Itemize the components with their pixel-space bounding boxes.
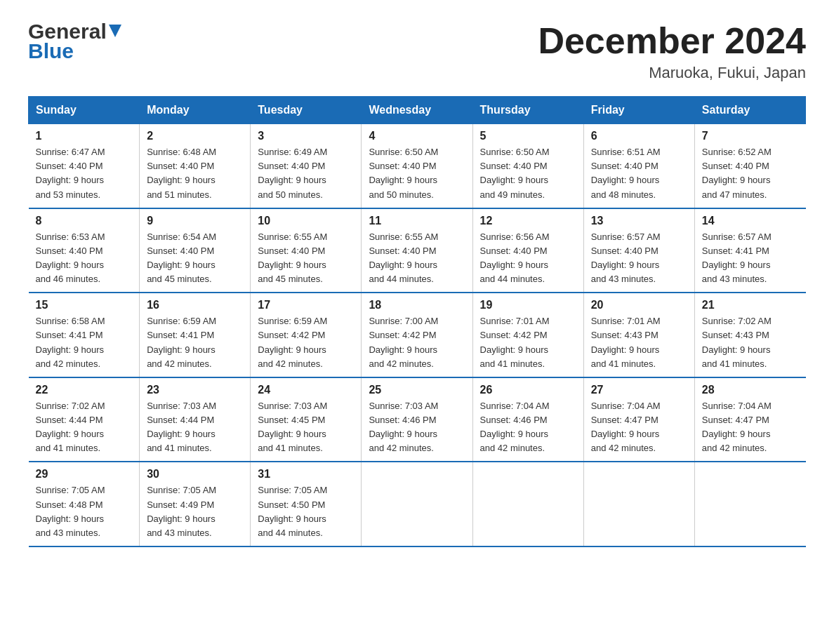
- daylight-label: Daylight: 9 hours: [147, 514, 216, 524]
- header-saturday: Saturday: [694, 97, 805, 124]
- sunset-label: Sunset: 4:47 PM: [702, 415, 769, 425]
- sunset-label: Sunset: 4:40 PM: [258, 161, 325, 171]
- daylight-minutes: and 42 minutes.: [36, 358, 101, 369]
- sunrise-label: Sunrise: 6:47 AM: [36, 147, 105, 157]
- table-row: 29 Sunrise: 7:05 AM Sunset: 4:48 PM Dayl…: [29, 462, 140, 546]
- sunrise-label: Sunrise: 7:02 AM: [36, 401, 105, 411]
- day-info: Sunrise: 7:05 AM Sunset: 4:50 PM Dayligh…: [258, 483, 354, 540]
- day-info: Sunrise: 6:59 AM Sunset: 4:42 PM Dayligh…: [258, 314, 354, 371]
- daylight-minutes: and 50 minutes.: [258, 189, 323, 200]
- day-info: Sunrise: 7:01 AM Sunset: 4:42 PM Dayligh…: [480, 314, 576, 371]
- sunrise-label: Sunrise: 6:52 AM: [702, 147, 772, 157]
- header-wednesday: Wednesday: [362, 97, 472, 124]
- day-number: 14: [702, 215, 799, 227]
- sunset-label: Sunset: 4:43 PM: [591, 330, 658, 340]
- day-number: 12: [480, 215, 576, 227]
- table-row: 12 Sunrise: 6:56 AM Sunset: 4:40 PM Dayl…: [472, 208, 583, 293]
- calendar-row: 22 Sunrise: 7:02 AM Sunset: 4:44 PM Dayl…: [29, 377, 806, 462]
- calendar-row: 8 Sunrise: 6:53 AM Sunset: 4:40 PM Dayli…: [29, 208, 806, 293]
- calendar-body: 1 Sunrise: 6:47 AM Sunset: 4:40 PM Dayli…: [29, 124, 806, 546]
- sunset-label: Sunset: 4:41 PM: [147, 330, 214, 340]
- daylight-minutes: and 44 minutes.: [369, 274, 434, 284]
- day-info: Sunrise: 7:03 AM Sunset: 4:46 PM Dayligh…: [369, 399, 465, 456]
- daylight-minutes: and 43 minutes.: [36, 528, 101, 538]
- sunrise-label: Sunrise: 7:01 AM: [591, 316, 661, 326]
- calendar-table: Sunday Monday Tuesday Wednesday Thursday…: [28, 96, 806, 547]
- daylight-minutes: and 42 minutes.: [369, 443, 434, 453]
- table-row: 3 Sunrise: 6:49 AM Sunset: 4:40 PM Dayli…: [251, 124, 362, 208]
- daylight-minutes: and 41 minutes.: [36, 443, 101, 453]
- logo-arrow-icon: [109, 25, 121, 39]
- daylight-label: Daylight: 9 hours: [591, 260, 660, 270]
- title-block: December 2024 Maruoka, Fukui, Japan: [538, 21, 806, 82]
- day-info: Sunrise: 6:53 AM Sunset: 4:40 PM Dayligh…: [36, 230, 133, 287]
- daylight-label: Daylight: 9 hours: [369, 429, 437, 439]
- table-row: 1 Sunrise: 6:47 AM Sunset: 4:40 PM Dayli…: [29, 124, 140, 208]
- calendar-row: 1 Sunrise: 6:47 AM Sunset: 4:40 PM Dayli…: [29, 124, 806, 208]
- sunrise-label: Sunrise: 6:58 AM: [36, 316, 105, 326]
- day-number: 8: [36, 215, 133, 227]
- daylight-label: Daylight: 9 hours: [369, 344, 437, 355]
- table-row: 23 Sunrise: 7:03 AM Sunset: 4:44 PM Dayl…: [140, 377, 251, 462]
- sunset-label: Sunset: 4:44 PM: [147, 415, 214, 425]
- daylight-minutes: and 42 minutes.: [702, 443, 767, 453]
- daylight-label: Daylight: 9 hours: [36, 344, 105, 355]
- day-info: Sunrise: 6:55 AM Sunset: 4:40 PM Dayligh…: [258, 230, 354, 287]
- sunset-label: Sunset: 4:49 PM: [147, 499, 214, 510]
- table-row: 4 Sunrise: 6:50 AM Sunset: 4:40 PM Dayli…: [362, 124, 472, 208]
- daylight-label: Daylight: 9 hours: [591, 429, 660, 439]
- daylight-minutes: and 45 minutes.: [147, 274, 212, 284]
- sunset-label: Sunset: 4:41 PM: [702, 246, 769, 256]
- sunset-label: Sunset: 4:42 PM: [369, 330, 436, 340]
- daylight-label: Daylight: 9 hours: [258, 429, 326, 439]
- day-info: Sunrise: 6:55 AM Sunset: 4:40 PM Dayligh…: [369, 230, 465, 287]
- daylight-minutes: and 42 minutes.: [147, 358, 212, 369]
- sunrise-label: Sunrise: 6:57 AM: [591, 232, 661, 242]
- sunrise-label: Sunrise: 6:50 AM: [480, 147, 550, 157]
- table-row: 7 Sunrise: 6:52 AM Sunset: 4:40 PM Dayli…: [694, 124, 805, 208]
- logo: General Blue: [28, 21, 121, 62]
- sunset-label: Sunset: 4:46 PM: [369, 415, 436, 425]
- sunset-label: Sunset: 4:40 PM: [480, 161, 548, 171]
- daylight-label: Daylight: 9 hours: [369, 175, 437, 185]
- sunrise-label: Sunrise: 6:50 AM: [369, 147, 438, 157]
- day-number: 5: [480, 130, 576, 142]
- daylight-label: Daylight: 9 hours: [258, 175, 326, 185]
- sunset-label: Sunset: 4:43 PM: [702, 330, 769, 340]
- sunset-label: Sunset: 4:40 PM: [369, 161, 436, 171]
- sunset-label: Sunset: 4:40 PM: [591, 246, 658, 256]
- day-number: 22: [36, 384, 133, 396]
- sunrise-label: Sunrise: 6:54 AM: [147, 232, 216, 242]
- sunrise-label: Sunrise: 7:04 AM: [480, 401, 550, 411]
- day-info: Sunrise: 6:54 AM Sunset: 4:40 PM Dayligh…: [147, 230, 243, 287]
- sunset-label: Sunset: 4:42 PM: [258, 330, 325, 340]
- day-info: Sunrise: 7:04 AM Sunset: 4:46 PM Dayligh…: [480, 399, 576, 456]
- sunrise-label: Sunrise: 7:03 AM: [369, 401, 438, 411]
- daylight-minutes: and 41 minutes.: [258, 443, 323, 453]
- day-number: 28: [702, 384, 799, 396]
- table-row: 21 Sunrise: 7:02 AM Sunset: 4:43 PM Dayl…: [694, 293, 805, 377]
- day-number: 23: [147, 384, 243, 396]
- daylight-minutes: and 41 minutes.: [591, 358, 656, 369]
- day-number: 7: [702, 130, 799, 142]
- sunrise-label: Sunrise: 7:03 AM: [147, 401, 216, 411]
- table-row: 13 Sunrise: 6:57 AM Sunset: 4:40 PM Dayl…: [583, 208, 694, 293]
- daylight-minutes: and 41 minutes.: [702, 358, 767, 369]
- svg-marker-0: [109, 25, 121, 37]
- calendar-row: 15 Sunrise: 6:58 AM Sunset: 4:41 PM Dayl…: [29, 293, 806, 377]
- day-info: Sunrise: 6:48 AM Sunset: 4:40 PM Dayligh…: [147, 145, 243, 202]
- day-number: 13: [591, 215, 687, 227]
- page-header: General Blue December 2024 Maruoka, Fuku…: [28, 21, 806, 82]
- sunrise-label: Sunrise: 6:55 AM: [369, 232, 438, 242]
- day-info: Sunrise: 7:05 AM Sunset: 4:48 PM Dayligh…: [36, 483, 133, 540]
- day-number: 11: [369, 215, 465, 227]
- daylight-minutes: and 49 minutes.: [480, 189, 545, 200]
- table-row: 17 Sunrise: 6:59 AM Sunset: 4:42 PM Dayl…: [251, 293, 362, 377]
- sunrise-label: Sunrise: 7:05 AM: [258, 485, 327, 495]
- table-row: 8 Sunrise: 6:53 AM Sunset: 4:40 PM Dayli…: [29, 208, 140, 293]
- daylight-minutes: and 51 minutes.: [147, 189, 212, 200]
- day-number: 16: [147, 299, 243, 311]
- daylight-label: Daylight: 9 hours: [258, 514, 326, 524]
- day-info: Sunrise: 6:57 AM Sunset: 4:40 PM Dayligh…: [591, 230, 687, 287]
- table-row: 19 Sunrise: 7:01 AM Sunset: 4:42 PM Dayl…: [472, 293, 583, 377]
